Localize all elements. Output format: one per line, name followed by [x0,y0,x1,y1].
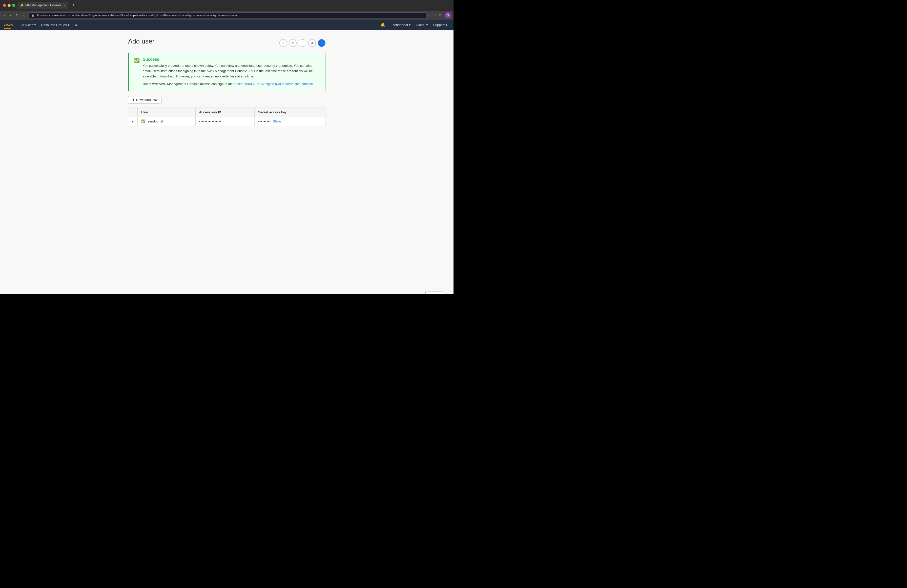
row-user-cell: ✅ sendportal [138,117,196,126]
row-expand-cell[interactable]: ▶ [128,117,138,126]
tab-close-button[interactable]: ✕ [63,4,65,7]
minimize-window-button[interactable] [8,4,11,7]
download-label: Download .csv [136,98,158,102]
step-indicators: 1 2 3 4 5 [279,39,325,47]
aws-logo: aws [4,21,13,29]
success-banner: ✅ Success You successfully created the u… [128,53,325,91]
services-nav-item[interactable]: Services ▾ [18,20,38,30]
table-header: User Access key ID Secret access key [128,108,325,117]
step-1: 1 [279,39,287,47]
close-window-button[interactable] [3,4,6,7]
user-menu[interactable]: sendportal ▾ [391,23,413,27]
step-5: 5 [318,39,325,47]
success-message: You successfully created the users shown… [143,63,320,79]
services-label: Services [21,23,33,27]
resource-groups-label: Resource Groups [41,23,67,27]
resource-groups-chevron-icon: ▾ [68,23,70,27]
expand-arrow-icon: ▶ [132,120,134,123]
col-access-key-id-header: Access key ID [196,108,255,117]
extensions-icon[interactable]: ⋯ [428,13,431,17]
col-secret-access-key-header: Secret access key [255,108,325,117]
home-button[interactable]: ⌂ [21,13,27,18]
aws-logo-text: aws [4,21,13,27]
title-row: Add user 1 2 3 4 5 [128,37,325,53]
toolbar-right: ⋯ ☆ ≡ S [428,12,451,18]
secret-key-masked: ••••••••• [258,119,271,123]
table-body: ▶ ✅ sendportal •••••••••••••••• ••••••••… [128,117,325,126]
resource-groups-nav-item[interactable]: Resource Groups ▾ [38,20,72,30]
aws-navbar: aws Services ▾ Resource Groups ▾ ★ 🔔 sen… [0,20,454,30]
url-text: https://console.aws.amazon.com/iam/home?… [36,14,238,17]
region-label: Global [416,23,425,27]
credentials-table: User Access key ID Secret access key ▶ ✅… [128,107,325,126]
user-label: sendportal [393,23,408,27]
download-icon: ⬇ [132,98,135,102]
support-chevron-icon: ▾ [445,23,447,27]
access-key-masked: •••••••••••••••• [199,119,222,123]
aws-logo-bar [4,28,11,29]
menu-icon[interactable]: ≡ [439,13,441,17]
close-button[interactable]: Close [425,291,443,294]
ssl-lock-icon: 🔒 [31,14,34,17]
success-title: Success [143,57,320,62]
col-user-header: User [138,108,196,117]
address-bar[interactable]: 🔒 https://console.aws.amazon.com/iam/hom… [28,13,426,18]
username-label: sendportal [148,119,163,123]
download-csv-button[interactable]: ⬇ Download .csv [128,96,162,104]
tab-favicon-icon: 🔑 [20,4,23,7]
page-footer: Close [0,288,454,294]
region-menu[interactable]: Global ▾ [414,23,430,27]
tab-title: IAM Management Console [25,3,61,7]
nav-right: 🔔 sendportal ▾ Global ▾ Support ▾ [380,22,449,27]
services-chevron-icon: ▾ [34,23,36,27]
region-chevron-icon: ▾ [426,23,428,27]
browser-tab[interactable]: 🔑 IAM Management Console ✕ [17,2,68,9]
user-check-icon: ✅ [141,119,145,123]
signin-line: Users with AWS Management Console access… [143,82,320,87]
maximize-window-button[interactable] [12,4,15,7]
row-secret-key-cell: ••••••••• Show [255,117,325,126]
signin-prefix: Users with AWS Management Console access… [143,82,232,86]
reload-button[interactable]: ↻ [14,13,20,18]
bookmark-icon[interactable]: ☆ [434,13,437,17]
browser-profile-icon[interactable]: S [445,12,451,18]
page-content: Add user 1 2 3 4 5 ✅ Success You success… [128,37,325,126]
back-button[interactable]: ‹ [3,13,7,18]
pin-icon-nav[interactable]: ★ [72,20,80,30]
forward-button[interactable]: › [8,13,13,18]
support-menu[interactable]: Support ▾ [431,23,449,27]
table-row: ▶ ✅ sendportal •••••••••••••••• ••••••••… [128,117,325,126]
row-access-key-cell: •••••••••••••••• [196,117,255,126]
window-controls [3,4,15,7]
success-content: Success You successfully created the use… [143,57,320,87]
step-2: 2 [289,39,296,47]
new-tab-button[interactable]: + [71,2,77,9]
step-3: 3 [299,39,306,47]
support-label: Support [433,23,445,27]
success-check-icon: ✅ [134,58,140,87]
user-chevron-icon: ▾ [409,23,411,27]
signin-url-link[interactable]: https://315608882132.signin.aws.amazon.c… [233,82,313,86]
notification-bell-icon[interactable]: 🔔 [380,22,385,27]
main-content: Add user 1 2 3 4 5 ✅ Success You success… [0,30,454,288]
table-header-row: User Access key ID Secret access key [128,108,325,117]
col-expand-header [128,108,138,117]
browser-toolbar: ‹ › ↻ ⌂ 🔒 https://console.aws.amazon.com… [0,11,454,20]
browser-chrome: 🔑 IAM Management Console ✕ + ‹ › ↻ ⌂ 🔒 h… [0,0,454,20]
step-4: 4 [308,39,316,47]
show-secret-key-link[interactable]: Show [273,119,281,123]
browser-titlebar: 🔑 IAM Management Console ✕ + [0,0,454,11]
